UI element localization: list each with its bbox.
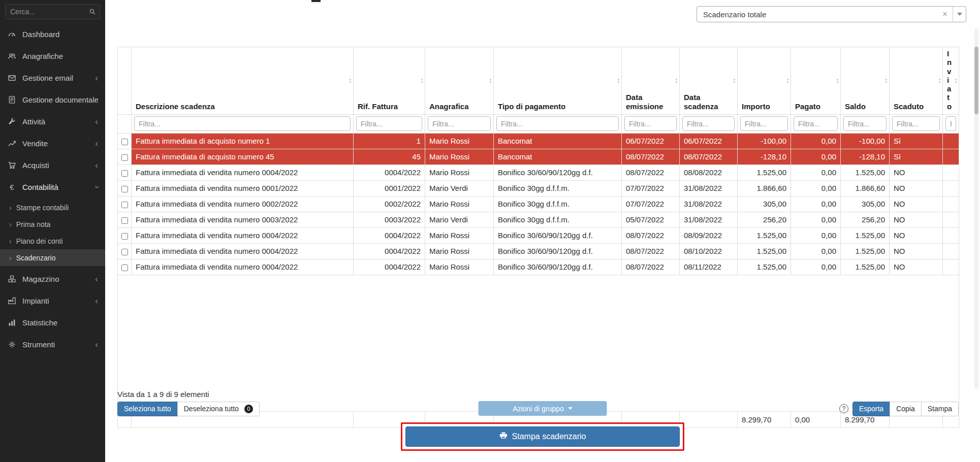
column-header-descrizione-scadenza[interactable]: Descrizione scadenza▲▼ — [132, 47, 354, 115]
row-checkbox[interactable] — [121, 170, 128, 177]
scrollbar-thumb[interactable] — [974, 47, 978, 114]
filter-input-importo[interactable] — [740, 116, 788, 131]
column-header-rif-fattura[interactable]: Rif. Fattura▲▼ — [354, 47, 425, 115]
row-checkbox[interactable] — [121, 202, 128, 208]
sidebar-item-impianti[interactable]: Impianti‹ — [0, 290, 105, 312]
copy-button[interactable]: Copia — [890, 402, 922, 416]
sidebar-subitem-piano-dei-conti[interactable]: ›Piano dei conti — [0, 233, 105, 249]
sidebar-item-label: Contabilità — [22, 183, 89, 191]
deselect-count-badge: 0 — [244, 405, 253, 413]
sidebar-item-statistiche[interactable]: Statistiche — [0, 312, 105, 334]
sidebar-item-acquisti[interactable]: Acquisti‹ — [0, 154, 105, 176]
table-row[interactable]: Fattura immediata di acquisto numero 11M… — [118, 133, 959, 149]
table-row[interactable]: Fattura immediata di acquisto numero 454… — [118, 149, 959, 164]
row-checkbox[interactable] — [121, 265, 128, 271]
cell-anagrafica: Mario Rossi — [425, 227, 494, 243]
sidebar-subitem-stampe-contabili[interactable]: ›Stampe contabili — [0, 199, 105, 216]
cell-emissione: 08/07/2022 — [622, 149, 680, 164]
sidebar-item-attivit[interactable]: Attività‹ — [0, 111, 105, 133]
row-checkbox[interactable] — [121, 233, 128, 240]
row-checkbox[interactable] — [121, 249, 128, 255]
row-checkbox[interactable] — [121, 139, 128, 145]
filter-input-tipo-di-pagamento[interactable] — [496, 116, 619, 131]
dropdown-caret-box[interactable] — [953, 7, 966, 22]
table-row[interactable]: Fattura immediata di vendita numero 0004… — [118, 164, 959, 180]
filter-input-anagrafica[interactable] — [428, 116, 491, 131]
filter-input-data-scadenza[interactable] — [682, 116, 735, 131]
page-scrollbar[interactable] — [974, 28, 978, 389]
clear-selection-icon[interactable]: × — [937, 9, 953, 19]
group-actions-button[interactable]: Azioni di gruppo — [479, 401, 607, 416]
sidebar-item-gestione-email[interactable]: Gestione email‹ — [0, 67, 105, 89]
table-row[interactable]: Fattura immediata di vendita numero 0003… — [118, 212, 959, 227]
sort-icon[interactable]: ▲▼ — [675, 78, 678, 84]
cell-tipo: Bonifico 30gg d.f.f.m. — [494, 212, 622, 227]
sort-icon[interactable]: ▲▼ — [884, 78, 888, 84]
cell-rif: 1 — [354, 133, 425, 149]
column-header-data-emissione[interactable]: Data emissione▲▼ — [622, 47, 680, 115]
print-schedule-button[interactable]: Stampa scadenzario — [405, 426, 680, 447]
cell-importo: 256,20 — [738, 212, 791, 227]
sidebar-item-contabilit[interactable]: €Contabilità‹ — [0, 176, 105, 198]
column-header-anagrafica[interactable]: Anagrafica▲▼ — [425, 47, 494, 115]
column-header-inviato[interactable]: Inviato▲▼ — [943, 47, 959, 115]
view-selector-value: Scadenzario totale — [703, 10, 937, 19]
row-checkbox[interactable] — [121, 217, 128, 224]
column-header-saldo[interactable]: Saldo▲▼ — [841, 47, 890, 115]
row-checkbox[interactable] — [121, 186, 128, 192]
table-row[interactable]: Fattura immediata di vendita numero 0001… — [118, 180, 959, 196]
sidebar-subitem-scadenzario[interactable]: ›Scadenzario — [0, 249, 105, 266]
row-checkbox[interactable] — [121, 154, 128, 161]
sidebar-nav: DashboardAnagraficheGestione email‹Gesti… — [0, 23, 105, 355]
sidebar-item-vendite[interactable]: Vendite‹ — [0, 133, 105, 154]
sidebar-item-magazzino[interactable]: Magazzino‹ — [0, 268, 105, 290]
chevron-left-icon: ‹ — [95, 139, 98, 148]
sort-icon[interactable]: ▲▼ — [420, 78, 424, 84]
filter-input-inviato[interactable] — [945, 116, 956, 131]
sort-icon[interactable]: ▲▼ — [733, 78, 736, 84]
sort-icon[interactable]: ▲▼ — [786, 78, 789, 84]
column-header-pagato[interactable]: Pagato▲▼ — [791, 47, 841, 115]
column-header-scaduto[interactable]: Scaduto▲▼ — [890, 47, 943, 115]
filter-input-rif-fattura[interactable] — [356, 116, 422, 131]
sort-icon[interactable]: ▲▼ — [836, 78, 839, 84]
table-row[interactable]: Fattura immediata di vendita numero 0004… — [118, 243, 959, 259]
table-row[interactable]: Fattura immediata di vendita numero 0002… — [118, 196, 959, 212]
sidebar-item-strumenti[interactable]: Strumenti‹ — [0, 334, 105, 355]
search-icon[interactable] — [89, 8, 96, 17]
filter-input-saldo[interactable] — [843, 116, 887, 131]
cell-pagato: 0,00 — [791, 227, 841, 243]
sort-icon[interactable]: ▲▼ — [349, 78, 352, 84]
column-header-importo[interactable]: Importo▲▼ — [738, 47, 791, 115]
table-row[interactable]: Fattura immediata di vendita numero 0004… — [118, 259, 959, 275]
sidebar-subitem-prima-nota[interactable]: ›Prima nota — [0, 216, 105, 233]
sort-icon[interactable]: ▲▼ — [617, 78, 620, 84]
filter-input-pagato[interactable] — [794, 116, 838, 131]
sort-icon[interactable]: ▲▼ — [954, 78, 958, 84]
export-button[interactable]: Esporta — [852, 402, 890, 416]
column-header-data-scadenza[interactable]: Data scadenza▲▼ — [680, 47, 738, 115]
submenu-arrow-icon: › — [9, 204, 12, 212]
filter-input-descrizione-scadenza[interactable] — [134, 116, 351, 131]
sidebar-item-dashboard[interactable]: Dashboard — [0, 23, 105, 45]
column-header-tipo-di-pagamento[interactable]: Tipo di pagamento▲▼ — [494, 47, 622, 115]
sort-icon[interactable]: ▲▼ — [938, 78, 941, 84]
filter-input-scaduto[interactable] — [892, 116, 940, 131]
filter-input-data-emissione[interactable] — [624, 116, 677, 131]
view-selector[interactable]: Scadenzario totale × — [697, 6, 966, 22]
print-button[interactable]: Stampa — [921, 402, 959, 416]
table-row[interactable]: Fattura immediata di vendita numero 0004… — [118, 227, 959, 243]
cell-scadenza: 08/10/2022 — [680, 243, 738, 259]
select-all-button[interactable]: Seleziona tutto — [117, 402, 178, 416]
sidebar-item-label: Magazzino — [22, 275, 89, 283]
cell-inviato — [943, 196, 959, 212]
search-input[interactable] — [5, 4, 100, 19]
sort-icon[interactable]: ▲▼ — [489, 78, 492, 84]
deselect-all-label: Deseleziona tutto — [184, 405, 239, 413]
sidebar-item-gestione-documentale[interactable]: Gestione documentale — [0, 89, 105, 111]
cell-scaduto: Sì — [890, 133, 943, 149]
cell-importo: 1.866,60 — [738, 180, 791, 196]
help-icon[interactable]: ? — [839, 404, 848, 413]
sidebar-item-anagrafiche[interactable]: Anagrafiche — [0, 45, 105, 67]
deselect-all-button[interactable]: Deseleziona tutto 0 — [177, 402, 260, 416]
